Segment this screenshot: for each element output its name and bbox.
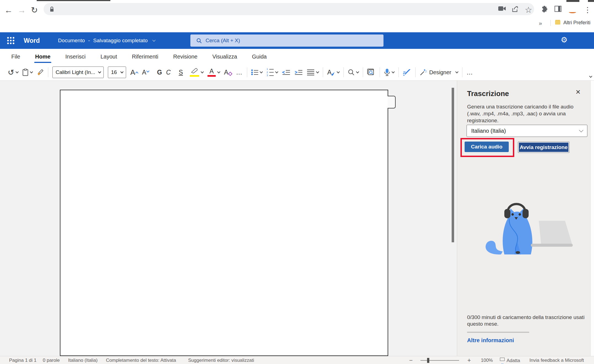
outdent-button[interactable]: [282, 69, 290, 76]
more-commands-button[interactable]: …: [467, 69, 473, 76]
font-size-combobox[interactable]: 16: [108, 67, 126, 78]
chevron-down-icon[interactable]: [16, 70, 19, 73]
document-title[interactable]: Documento: [58, 38, 85, 44]
document-title-group[interactable]: Documento - Salvataggio completato: [58, 38, 155, 44]
video-camera-icon[interactable]: [498, 6, 506, 11]
word-count[interactable]: 0 parole: [43, 358, 60, 363]
dictate-button[interactable]: [384, 68, 394, 76]
usage-progress-bar: [467, 332, 529, 333]
zoom-level[interactable]: 100%: [481, 358, 493, 363]
other-bookmarks-label[interactable]: Altri Preferiti: [563, 20, 590, 26]
chevron-down-icon[interactable]: [455, 70, 458, 73]
search-input[interactable]: [206, 38, 371, 44]
more-info-link[interactable]: Altre informazioni: [467, 337, 514, 344]
more-formatting-button[interactable]: …: [236, 69, 243, 76]
bullet-list-button[interactable]: [251, 69, 262, 76]
browser-chrome: ← → ↻ ☆ ⋮ » Altri Preferiti: [0, 0, 594, 32]
font-name-combobox[interactable]: Calibri Light (In...: [52, 67, 104, 78]
numbered-list-button[interactable]: 1 2 3: [267, 67, 278, 78]
styles-button[interactable]: A: [327, 68, 339, 76]
lock-icon: [50, 6, 54, 12]
language-value: Italiano (Italia): [471, 128, 506, 134]
zoom-out-button[interactable]: −: [409, 357, 413, 364]
bold-button[interactable]: G: [157, 69, 162, 76]
fit-arrows-icon: ↔: [500, 362, 505, 364]
text-completion-status[interactable]: Completamento del testo: Attivata: [106, 358, 176, 363]
language-dropdown[interactable]: Italiano (Italia): [467, 125, 587, 137]
font-color-button[interactable]: A: [207, 68, 220, 77]
chevron-down-icon[interactable]: [217, 70, 220, 73]
tab-revisione[interactable]: Revisione: [166, 49, 205, 64]
save-status[interactable]: Salvataggio completato: [93, 38, 148, 44]
tab-visualizza[interactable]: Visualizza: [205, 49, 245, 64]
format-painter-icon[interactable]: [37, 69, 44, 76]
chevron-down-icon[interactable]: [201, 70, 204, 73]
caret-up-icon: [135, 71, 138, 75]
home-toolbar: ↺ Calibri Light (In... 16 A A G C S: [0, 64, 594, 81]
eraser-diamond-icon: [228, 71, 233, 76]
designer-button[interactable]: Designer: [420, 69, 458, 76]
alignment-button[interactable]: [307, 69, 319, 76]
tab-layout[interactable]: Layout: [93, 49, 124, 64]
browser-forward-button[interactable]: →: [18, 6, 26, 14]
zoom-slider-thumb[interactable]: [427, 358, 429, 363]
app-launcher-icon[interactable]: [7, 37, 14, 44]
chevron-down-icon[interactable]: [30, 70, 33, 73]
document-scrollbar-thumb[interactable]: [452, 88, 454, 242]
zoom-in-button[interactable]: +: [467, 357, 471, 364]
browser-reload-button[interactable]: ↻: [31, 6, 38, 14]
comment-indicator-tab[interactable]: [388, 96, 396, 108]
shrink-font-button[interactable]: A: [142, 69, 149, 76]
start-recording-button[interactable]: Avvia registrazione: [518, 142, 569, 153]
panel-scrollbar-track[interactable]: [590, 81, 594, 356]
document-language[interactable]: Italiano (Italia): [68, 358, 98, 363]
sidebar-toggle-icon[interactable]: [555, 6, 561, 12]
address-bar[interactable]: [44, 3, 534, 15]
chevron-down-icon[interactable]: [153, 38, 156, 41]
close-icon[interactable]: ×: [576, 88, 580, 96]
italic-button[interactable]: C: [166, 69, 171, 76]
profile-avatar[interactable]: [569, 11, 576, 13]
bookmarks-overflow-chevron[interactable]: »: [539, 20, 542, 26]
document-page[interactable]: [60, 90, 388, 356]
search-box[interactable]: [190, 34, 383, 47]
tab-guida[interactable]: Guida: [244, 49, 274, 64]
settings-gear-icon[interactable]: ⚙: [561, 35, 568, 44]
chevron-down-icon[interactable]: [260, 70, 263, 73]
tab-file[interactable]: File: [4, 49, 28, 64]
paste-button[interactable]: [22, 69, 33, 76]
toolbar-divider: [415, 67, 415, 77]
upload-audio-button[interactable]: Carica audio: [465, 142, 509, 152]
tab-riferimenti[interactable]: Riferimenti: [124, 49, 166, 64]
browser-menu-icon[interactable]: ⋮: [584, 6, 591, 14]
share-icon[interactable]: [512, 6, 519, 12]
chevron-down-icon[interactable]: [337, 70, 340, 73]
grow-font-button[interactable]: A: [130, 69, 138, 76]
chevron-down-icon[interactable]: [316, 70, 319, 73]
clear-formatting-button[interactable]: A: [224, 69, 232, 76]
chevron-down-icon[interactable]: [356, 70, 359, 73]
highlight-button[interactable]: [190, 68, 203, 77]
feedback-link[interactable]: Invia feedback a Microsoft: [529, 358, 584, 363]
page-count[interactable]: Pagina 1 di 1: [9, 358, 36, 363]
tab-home[interactable]: Home: [28, 49, 58, 64]
find-button[interactable]: [348, 69, 359, 76]
underline-button[interactable]: S: [179, 69, 183, 76]
bookmark-star-icon[interactable]: ☆: [525, 5, 532, 15]
fit-to-width-button[interactable]: ↔ Adatta: [500, 357, 520, 364]
app-name[interactable]: Word: [24, 37, 40, 44]
immersive-reader-button[interactable]: [367, 69, 375, 76]
editor-suggestions-status[interactable]: Suggerimenti editor: visualizzati: [188, 358, 254, 363]
undo-button[interactable]: ↺: [8, 68, 18, 77]
browser-back-button[interactable]: ←: [4, 6, 13, 14]
zoom-slider-track[interactable]: [420, 360, 459, 361]
editor-button[interactable]: [403, 69, 411, 76]
tab-inserisci[interactable]: Inserisci: [58, 49, 93, 64]
chevron-down-icon[interactable]: [391, 70, 395, 73]
toolbar-divider: [343, 67, 344, 77]
search-icon: [348, 69, 355, 76]
cat-with-headphones-illustration: [482, 197, 573, 257]
chevron-down-icon[interactable]: [275, 70, 278, 73]
indent-button[interactable]: [294, 69, 303, 76]
extensions-puzzle-icon[interactable]: [541, 6, 548, 13]
